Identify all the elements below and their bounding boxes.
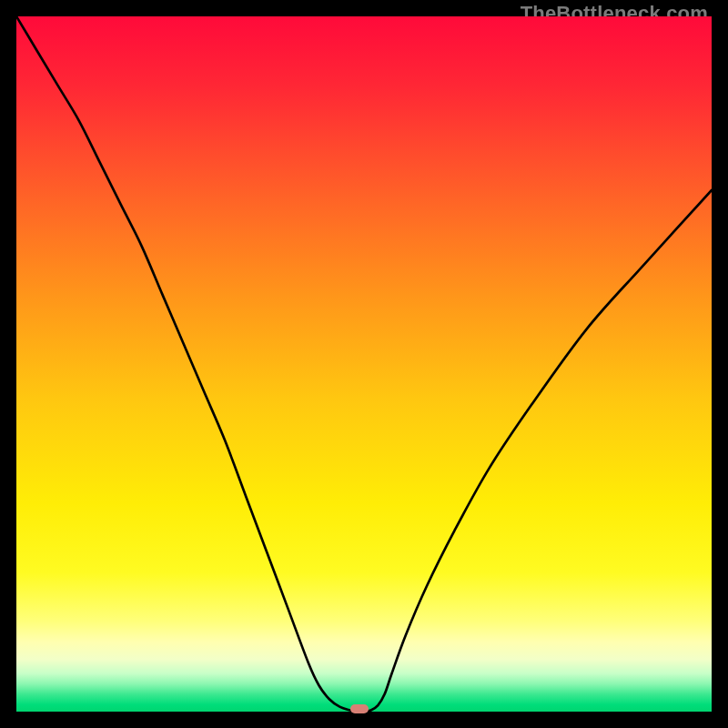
plot-area <box>16 16 712 712</box>
minimum-marker <box>350 704 369 713</box>
bottleneck-curve <box>16 16 712 712</box>
chart-container: TheBottleneck.com <box>0 0 728 728</box>
